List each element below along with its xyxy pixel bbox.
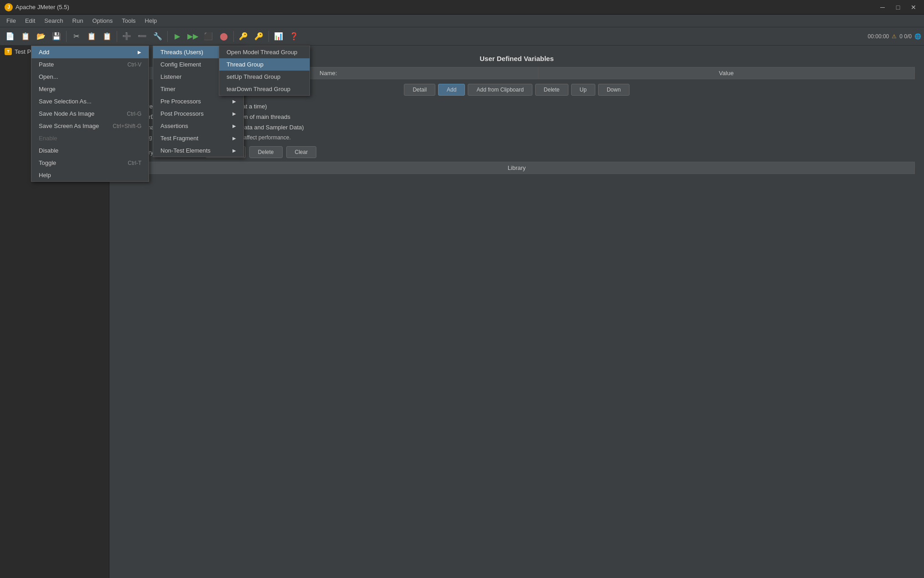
- library-col: Library: [119, 162, 915, 174]
- toolbar-run[interactable]: ▶: [170, 29, 185, 44]
- toolbar-sep2: [117, 31, 117, 42]
- menu-non-test-elements[interactable]: Non-Test Elements: [153, 144, 243, 157]
- save-node-label: Save Node As Image: [39, 110, 94, 117]
- menu-tools[interactable]: Tools: [117, 15, 140, 26]
- menu-item-help[interactable]: Help: [31, 169, 149, 181]
- menu-setup-thread-group[interactable]: setUp Thread Group: [219, 71, 310, 83]
- menu-options[interactable]: Options: [88, 15, 117, 26]
- menu-test-fragment[interactable]: Test Fragment: [153, 132, 243, 144]
- col-value: Value: [538, 67, 914, 79]
- menu-item-enable: Enable: [31, 132, 149, 144]
- toolbar-charts[interactable]: 📊: [271, 29, 286, 44]
- menu-teardown-thread-group[interactable]: tearDown Thread Group: [219, 83, 310, 95]
- menu-item-merge[interactable]: Merge: [31, 83, 149, 95]
- toolbar-settings[interactable]: 🔧: [150, 29, 165, 44]
- window-controls: ─ □ ✕: [877, 2, 919, 12]
- menu-item-toggle[interactable]: Toggle Ctrl-T: [31, 157, 149, 169]
- toolbar-open-templates[interactable]: 📋: [18, 29, 33, 44]
- down-button[interactable]: Down: [598, 84, 630, 96]
- classpath-delete-button[interactable]: Delete: [249, 146, 283, 158]
- menu-search[interactable]: Search: [40, 15, 67, 26]
- menu-item-add[interactable]: Add: [31, 46, 149, 58]
- titlebar: J Apache JMeter (5.5) ─ □ ✕: [0, 0, 924, 15]
- save-screen-shortcut: Ctrl+Shift-G: [113, 123, 141, 129]
- testplan-icon: T: [5, 48, 12, 55]
- toolbar-sep1: [66, 31, 67, 42]
- context-menu-add: Add Paste Ctrl-V Open... Merge Save Sele…: [31, 46, 149, 182]
- warning-icon: ⚠: [892, 33, 897, 40]
- maximize-button[interactable]: □: [892, 2, 904, 12]
- toolbar-ssl[interactable]: 🔑: [236, 29, 251, 44]
- app-icon: J: [5, 3, 13, 11]
- toolbar-save[interactable]: 💾: [49, 29, 64, 44]
- menu-thread-group[interactable]: Thread Group: [219, 58, 310, 71]
- toolbar-sep3: [167, 31, 168, 42]
- toggle-shortcut: Ctrl-T: [128, 160, 141, 166]
- menu-run[interactable]: Run: [68, 15, 88, 26]
- menu-item-save-screen[interactable]: Save Screen As Image Ctrl+Shift-G: [31, 120, 149, 132]
- toolbar-copy[interactable]: 📋: [84, 29, 99, 44]
- menubar: File Edit Search Run Options Tools Help: [0, 15, 924, 27]
- add-button[interactable]: Add: [438, 84, 465, 96]
- menu-item-open[interactable]: Open...: [31, 71, 149, 83]
- paste-shortcut: Ctrl-V: [128, 61, 142, 68]
- toolbar-new[interactable]: 📄: [3, 29, 17, 44]
- menu-item-paste[interactable]: Paste Ctrl-V: [31, 58, 149, 71]
- functional-note: Selecting Functional Test Mode may adver…: [129, 134, 915, 141]
- menu-item-save-node[interactable]: Save Node As Image Ctrl-G: [31, 107, 149, 120]
- menu-pre-processors[interactable]: Pre Processors: [153, 95, 243, 107]
- toolbar-stop[interactable]: ⬛: [201, 29, 216, 44]
- toggle-label: Toggle: [39, 159, 56, 166]
- toolbar-log[interactable]: 🔑: [252, 29, 266, 44]
- menu-help[interactable]: Help: [140, 15, 162, 26]
- context-menu-thread-options: Open Model Thread Group Thread Group set…: [219, 46, 310, 96]
- toolbar-expand[interactable]: ➕: [119, 29, 134, 44]
- toolbar-paste[interactable]: 📋: [100, 29, 114, 44]
- app-title: Apache JMeter (5.5): [15, 4, 877, 10]
- save-screen-label: Save Screen As Image: [39, 123, 99, 129]
- run-time: 00:00:00: [868, 33, 889, 40]
- toolbar-cut[interactable]: ✂: [69, 29, 83, 44]
- menu-item-save-selection[interactable]: Save Selection As...: [31, 95, 149, 107]
- toolbar: 📄 📋 📂 💾 ✂ 📋 📋 ➕ ➖ 🔧 ▶ ▶▶ ⬛ ⬤ 🔑 🔑 📊 ❓ 00:…: [0, 27, 924, 46]
- toolbar-help[interactable]: ❓: [287, 29, 301, 44]
- minimize-button[interactable]: ─: [877, 2, 888, 12]
- paste-label: Paste: [39, 61, 54, 68]
- run-counter: 0 0/0: [899, 33, 912, 40]
- save-node-shortcut: Ctrl-G: [127, 111, 141, 117]
- up-button[interactable]: Up: [571, 84, 595, 96]
- menu-item-disable[interactable]: Disable: [31, 144, 149, 157]
- menu-post-processors[interactable]: Post Processors: [153, 107, 243, 120]
- menu-edit[interactable]: Edit: [21, 15, 40, 26]
- toolbar-sep4: [233, 31, 234, 42]
- library-table: Library: [119, 162, 915, 174]
- toolbar-sep5: [268, 31, 269, 42]
- toolbar-collapse[interactable]: ➖: [135, 29, 150, 44]
- menu-file[interactable]: File: [2, 15, 21, 26]
- toolbar-shutdown[interactable]: ⬤: [217, 29, 231, 44]
- menu-assertions[interactable]: Assertions: [153, 120, 243, 132]
- detail-button[interactable]: Detail: [404, 84, 435, 96]
- remote-icon: 🌐: [914, 33, 921, 40]
- clear-button[interactable]: Clear: [286, 146, 317, 158]
- toolbar-run-no-pause[interactable]: ▶▶: [186, 29, 200, 44]
- toolbar-open[interactable]: 📂: [34, 29, 48, 44]
- menu-open-model-thread-group[interactable]: Open Model Thread Group: [219, 46, 310, 58]
- delete-button[interactable]: Delete: [535, 84, 568, 96]
- close-button[interactable]: ✕: [908, 2, 919, 12]
- add-clipboard-button[interactable]: Add from Clipboard: [468, 84, 532, 96]
- toolbar-status: 00:00:00 ⚠ 0 0/0 🌐: [868, 33, 921, 40]
